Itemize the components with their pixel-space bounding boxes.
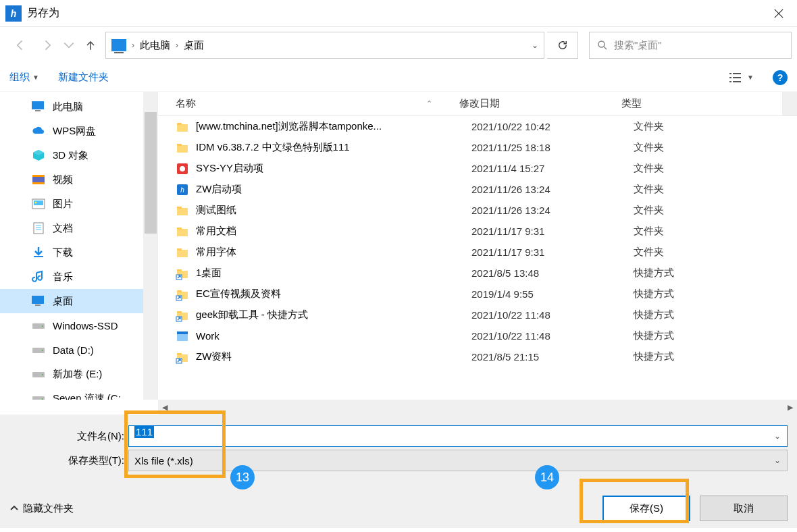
sort-ascending-icon: ⌃	[426, 99, 432, 108]
filename-input[interactable]: 111	[128, 425, 788, 447]
help-button[interactable]: ?	[773, 70, 788, 85]
tree-item[interactable]: Data (D:)	[0, 338, 143, 362]
col-date[interactable]: 修改日期	[459, 97, 621, 110]
svg-rect-33	[177, 144, 182, 146]
svg-text:h: h	[180, 186, 184, 194]
filetype-select[interactable]: Xls file (*.xls)	[128, 450, 788, 471]
up-button[interactable]	[78, 33, 103, 57]
file-row[interactable]: EC宣传视频及资料2019/1/4 9:55快捷方式	[158, 284, 797, 304]
sidebar-scrollbar[interactable]	[143, 92, 158, 400]
doc-icon	[31, 221, 46, 235]
search-icon	[596, 39, 609, 51]
svg-rect-43	[177, 248, 182, 250]
chevron-down-icon[interactable]: ⌄	[532, 41, 538, 50]
file-row[interactable]: [www.tmchina.net]浏览器脚本tamponke...2021/10…	[158, 116, 797, 137]
breadcrumb-leaf[interactable]: 桌面	[184, 39, 204, 52]
refresh-button[interactable]	[547, 32, 578, 59]
close-button[interactable]	[763, 3, 794, 24]
svg-rect-4	[733, 77, 741, 78]
file-type: 文件夹	[634, 246, 797, 259]
file-date: 2021/10/22 10:42	[471, 121, 634, 132]
svg-point-0	[598, 41, 605, 47]
file-row[interactable]: geek卸载工具 - 快捷方式2021/10/22 11:48快捷方式	[158, 304, 797, 325]
file-row[interactable]: IDM v6.38.7.2 中文绿色特别版1112021/11/25 18:18…	[158, 137, 797, 158]
back-button[interactable]	[8, 33, 32, 57]
tree-item[interactable]: Windows-SSD	[0, 313, 143, 338]
file-row[interactable]: 测试图纸2021/11/26 13:24文件夹	[158, 200, 797, 221]
file-row[interactable]: SYS-YY启动项2021/11/4 15:27文件夹	[158, 158, 797, 179]
svg-rect-38	[177, 208, 188, 215]
shortcut-icon	[176, 350, 189, 364]
column-headers[interactable]: 名称⌃ 修改日期 类型	[158, 92, 797, 116]
tree-item[interactable]: 新加卷 (E:)	[0, 362, 143, 386]
file-type: 快捷方式	[634, 329, 797, 342]
download-icon	[31, 246, 46, 259]
file-name: 1桌面	[196, 267, 471, 280]
file-name: EC宣传视频及资料	[196, 288, 471, 300]
annotation-marker-13: 13	[230, 465, 255, 489]
tree-item[interactable]: 文档	[0, 216, 143, 240]
address-bar[interactable]: › 此电脑 › 桌面 ⌄	[105, 32, 544, 59]
drive-icon	[31, 343, 46, 356]
forward-button[interactable]	[35, 33, 59, 57]
tree-item[interactable]: 3D 对象	[0, 143, 143, 167]
svg-rect-41	[177, 228, 182, 230]
cube-icon	[31, 149, 46, 162]
chevron-up-icon	[9, 504, 19, 513]
tree-item[interactable]: 此电脑	[0, 95, 143, 119]
file-row[interactable]: ZW资料2021/8/5 21:15快捷方式	[158, 346, 797, 367]
file-row[interactable]: hZW启动项2021/11/26 13:24文件夹	[158, 179, 797, 200]
file-name: ZW启动项	[196, 183, 471, 196]
tree-item[interactable]: Seven 流速 (C:	[0, 386, 143, 400]
svg-rect-30	[177, 124, 188, 132]
new-folder-button[interactable]: 新建文件夹	[58, 71, 109, 84]
filetype-label: 保存类型(T):	[9, 454, 128, 467]
svg-rect-54	[177, 331, 188, 334]
tree-item-label: Data (D:)	[53, 344, 94, 356]
tree-item[interactable]: 视频	[0, 167, 143, 192]
view-options-button[interactable]: ▼	[729, 72, 754, 84]
hide-folders-toggle[interactable]: 隐藏文件夹	[9, 502, 74, 515]
file-type: 文件夹	[634, 183, 797, 196]
file-type: 文件夹	[634, 162, 797, 175]
tree-item[interactable]: 图片	[0, 192, 143, 216]
svg-rect-6	[733, 81, 741, 82]
organize-menu[interactable]: 组织▼	[9, 71, 39, 84]
folder-icon	[176, 225, 189, 238]
svg-rect-3	[729, 77, 731, 78]
shortcut-icon	[176, 309, 189, 322]
svg-point-27	[42, 374, 43, 375]
filename-label: 文件名(N):	[9, 430, 128, 443]
cancel-button[interactable]: 取消	[700, 496, 788, 521]
filelist-vscrollbar[interactable]	[782, 92, 797, 115]
file-row[interactable]: Work2021/10/22 11:48快捷方式	[158, 325, 797, 346]
save-button[interactable]: 保存(S)	[602, 496, 690, 521]
file-row[interactable]: 常用字体2021/11/17 9:31文件夹	[158, 242, 797, 263]
file-type: 文件夹	[634, 225, 797, 238]
file-list[interactable]: [www.tmchina.net]浏览器脚本tamponke...2021/10…	[158, 116, 797, 400]
folder-icon	[176, 141, 189, 155]
svg-rect-15	[34, 223, 43, 234]
tree-item[interactable]: 音乐	[0, 265, 143, 289]
tree-item[interactable]: WPS网盘	[0, 119, 143, 143]
search-box[interactable]: 搜索"桌面"	[589, 32, 792, 59]
file-name: geek卸载工具 - 快捷方式	[196, 309, 471, 321]
filelist-hscrollbar[interactable]: ◀ ▶	[158, 400, 797, 415]
file-row[interactable]: 常用文档2021/11/17 9:31文件夹	[158, 221, 797, 242]
history-dropdown[interactable]	[62, 33, 76, 57]
file-date: 2021/11/26 13:24	[471, 184, 634, 195]
svg-rect-31	[177, 123, 182, 125]
breadcrumb-root[interactable]: 此电脑	[140, 39, 170, 52]
file-name: Work	[196, 330, 471, 342]
tree-item-label: Windows-SSD	[53, 320, 118, 331]
file-row[interactable]: 1桌面2021/8/5 13:48快捷方式	[158, 263, 797, 284]
tree-item[interactable]: 下载	[0, 240, 143, 265]
folder-tree[interactable]: 此电脑WPS网盘3D 对象视频图片文档下载音乐桌面Windows-SSDData…	[0, 92, 143, 400]
col-type[interactable]: 类型	[621, 97, 797, 110]
tree-item-label: 3D 对象	[53, 149, 88, 162]
tree-item-label: 桌面	[53, 295, 73, 308]
file-type: 文件夹	[634, 141, 797, 154]
tree-item[interactable]: 桌面	[0, 289, 143, 313]
file-date: 2021/8/5 21:15	[471, 351, 634, 363]
col-name[interactable]: 名称	[176, 97, 196, 110]
